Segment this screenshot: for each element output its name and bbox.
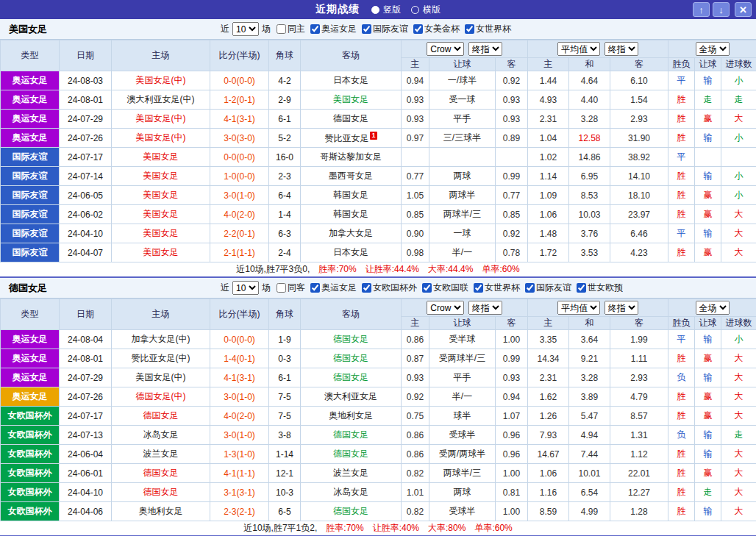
- cell-home-team: 美国女足: [112, 186, 210, 205]
- cell-handicap-home-odds: 0.93: [402, 368, 429, 387]
- cell-avg-away-odds: 2.93: [610, 110, 668, 129]
- filter-checkbox[interactable]: [277, 24, 286, 34]
- cell-avg-draw-odds: 3.76: [569, 224, 610, 243]
- filter-国际友谊[interactable]: 国际友谊: [362, 23, 408, 35]
- cell-handicap-home-odds: 0.82: [402, 502, 429, 521]
- cell-match-date: 24-07-17: [60, 407, 112, 426]
- scope-select[interactable]: 全场: [696, 301, 730, 315]
- cell-home-team: 赞比亚女足(中): [112, 349, 210, 368]
- cell-handicap-away-odds: 0.93: [496, 110, 528, 129]
- filter-女欧国联[interactable]: 女欧国联: [422, 282, 468, 294]
- cell-handicap-home-odds: [402, 148, 429, 167]
- cell-away-team: 冰岛女足: [301, 483, 402, 502]
- cell-result-goals: 大: [721, 407, 756, 426]
- bookmaker-select[interactable]: Crow: [427, 42, 464, 56]
- cell-avg-away-odds: 23.97: [610, 205, 668, 224]
- header-type: 类型: [1, 40, 60, 71]
- move-down-button[interactable]: ↓: [713, 2, 730, 17]
- filter-checkbox[interactable]: [413, 24, 423, 34]
- match-row: 国际友谊24-04-07美国女足2-1(1-1)2-4日本女足0.98半/一0.…: [1, 243, 756, 262]
- header-date: 日期: [60, 40, 112, 71]
- filter-世女欧预[interactable]: 世女欧预: [577, 282, 623, 294]
- filter-女美金杯[interactable]: 女美金杯: [413, 23, 460, 35]
- cell-result-outcome: 平: [668, 71, 695, 90]
- average-stage-select[interactable]: 终指: [605, 42, 638, 56]
- header-odds-away: 客: [496, 317, 528, 330]
- layout-radio-竖版[interactable]: 竖版: [371, 4, 401, 16]
- cell-avg-draw-odds: 3.28: [569, 368, 610, 387]
- match-row: 国际友谊24-06-05美国女足3-0(1-0)6-4韩国女足1.05两球半0.…: [1, 186, 756, 205]
- cell-avg-home-odds: 1.62: [528, 387, 569, 407]
- filter-checkbox[interactable]: [310, 24, 320, 34]
- cell-avg-draw-odds: 4.99: [569, 502, 610, 521]
- filter-奥运女足[interactable]: 奥运女足: [310, 23, 357, 35]
- cell-result-handicap: 输: [695, 502, 721, 521]
- filter-checkbox[interactable]: [362, 24, 371, 34]
- cell-result-outcome: 胜: [668, 502, 695, 521]
- cell-handicap-home-odds: 0.94: [402, 71, 429, 90]
- handicap-stage-select[interactable]: 终指: [468, 42, 502, 56]
- filter-checkbox[interactable]: [310, 283, 320, 293]
- summary-stat: 大率:44.4%: [428, 264, 473, 274]
- filter-checkbox[interactable]: [465, 24, 474, 34]
- header-corner: 角球: [269, 299, 301, 330]
- cell-handicap-away-odds: 0.99: [496, 349, 528, 368]
- cell-away-team: 韩国女足: [301, 186, 402, 205]
- cell-result-outcome: 胜: [668, 167, 695, 186]
- close-button[interactable]: ✕: [735, 2, 752, 17]
- match-count-select[interactable]: 10: [232, 22, 259, 36]
- filter-同主[interactable]: 同主: [277, 23, 305, 35]
- bookmaker-select[interactable]: Crow: [427, 301, 464, 315]
- red-card-badge: 1: [370, 132, 377, 140]
- move-up-button[interactable]: ↑: [693, 2, 710, 17]
- filter-同客[interactable]: 同客: [277, 282, 305, 294]
- radio-icon: [411, 6, 419, 14]
- match-count-select[interactable]: 10: [232, 281, 259, 295]
- header-type: 类型: [1, 299, 60, 330]
- cell-home-team: 美国女足: [112, 167, 210, 186]
- average-select[interactable]: 平均值: [557, 42, 600, 56]
- filter-checkbox[interactable]: [422, 283, 432, 293]
- cell-result-outcome: 胜: [668, 445, 695, 464]
- average-select[interactable]: 平均值: [557, 301, 600, 315]
- cell-corners: 2-3: [269, 167, 301, 186]
- layout-radio-横版[interactable]: 横版: [411, 4, 441, 16]
- filter-checkbox[interactable]: [525, 283, 535, 293]
- result-scope-group: 全场: [668, 299, 756, 317]
- filter-checkbox[interactable]: [362, 283, 371, 293]
- cell-away-team: 美国女足: [301, 90, 402, 110]
- cell-score: 2-3(2-1): [210, 502, 269, 521]
- scope-select[interactable]: 全场: [696, 42, 730, 56]
- result-scope-group: 全场: [668, 40, 756, 58]
- cell-home-team: 美国女足(中): [112, 110, 210, 129]
- match-row: 国际友谊24-07-17美国女足0-0(0-0)16-0哥斯达黎加女足1.021…: [1, 148, 756, 167]
- cell-result-outcome: 平: [668, 330, 695, 349]
- record-summary: 近10场,胜7平1负2, 胜率:70%让胜率:40%大率:80%单率:60%: [0, 521, 756, 536]
- cell-result-goals: 大: [721, 224, 756, 243]
- cell-result-outcome: 胜: [668, 243, 695, 262]
- filter-checkbox[interactable]: [577, 283, 586, 293]
- header-score: 比分(半场): [210, 40, 269, 71]
- cell-result-outcome: 胜: [668, 90, 695, 110]
- average-stage-select[interactable]: 终指: [605, 301, 638, 315]
- cell-handicap-line: 两球: [429, 167, 496, 186]
- cell-handicap-away-odds: [496, 148, 528, 167]
- cell-home-team: 冰岛女足: [112, 426, 210, 445]
- recent-results-window: 近期战绩 竖版横版 ↑ ↓ ✕ 美国女足 近 10 场 同主奥运女足国际友谊女美…: [0, 0, 756, 536]
- filter-奥运女足[interactable]: 奥运女足: [310, 282, 357, 294]
- match-row: 奥运女足24-07-29美国女足(中)4-1(3-1)6-1德国女足0.93平手…: [1, 368, 756, 387]
- filter-女世界杯[interactable]: 女世界杯: [465, 23, 511, 35]
- filter-国际友谊[interactable]: 国际友谊: [525, 282, 571, 294]
- filter-女欧国杯外[interactable]: 女欧国杯外: [362, 282, 417, 294]
- cell-corners: 2-9: [269, 90, 301, 110]
- filter-checkbox[interactable]: [277, 283, 286, 293]
- cell-avg-away-odds: 4.79: [610, 387, 668, 407]
- header-odds-away: 客: [496, 58, 528, 71]
- cell-score: 1-2(0-1): [210, 90, 269, 110]
- filter-女世界杯[interactable]: 女世界杯: [474, 282, 520, 294]
- handicap-stage-select[interactable]: 终指: [468, 301, 502, 315]
- cell-corners: 6-3: [269, 224, 301, 243]
- filter-checkbox[interactable]: [474, 283, 483, 293]
- cell-avg-away-odds: 1.12: [610, 445, 668, 464]
- match-row: 国际友谊24-07-14美国女足1-0(0-0)2-3墨西哥女足0.77两球0.…: [1, 167, 756, 186]
